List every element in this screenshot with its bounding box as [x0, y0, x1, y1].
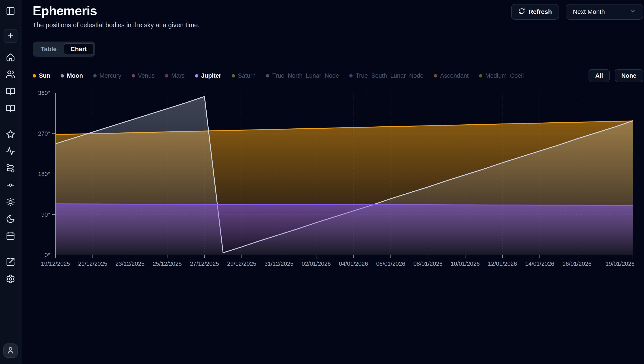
- tab-table[interactable]: Table: [35, 43, 63, 55]
- legend-row: SunMoonMercuryVenusMarsJupiterSaturnTrue…: [33, 69, 643, 82]
- y-axis-tick-label: 0°: [45, 252, 50, 258]
- chevron-down-icon: [629, 8, 636, 16]
- sidebar-item-calendar[interactable]: [5, 231, 16, 242]
- legend-item-medium_coeli[interactable]: Medium_Coeli: [479, 72, 524, 79]
- sun-icon: [6, 198, 15, 208]
- legend-item-sun[interactable]: Sun: [33, 72, 50, 79]
- legend-dot: [132, 74, 135, 78]
- x-axis-tick-label: 10/01/2026: [451, 260, 480, 267]
- y-axis-tick-label: 90°: [41, 211, 50, 218]
- users-icon: [6, 70, 15, 80]
- legend-label: True_North_Lunar_Node: [272, 72, 339, 79]
- legend-item-true_south_lunar_node[interactable]: True_South_Lunar_Node: [349, 72, 423, 79]
- sidebar-toggle-button[interactable]: [5, 6, 16, 16]
- user-avatar-button[interactable]: [3, 344, 18, 358]
- y-axis-tick-label: 180°: [38, 170, 50, 177]
- x-axis-tick-label: 31/12/2025: [264, 260, 293, 267]
- legend-label: True_South_Lunar_Node: [356, 72, 423, 79]
- legend-label: Sun: [39, 72, 50, 79]
- legend-none-button[interactable]: None: [615, 69, 643, 82]
- sidebar-item-people[interactable]: [5, 69, 16, 80]
- git-commit-icon: [6, 180, 15, 190]
- legend-label: Mercury: [100, 72, 121, 79]
- sidebar-item-settings[interactable]: [5, 274, 16, 284]
- page-header: Ephemeris The positions of celestial bod…: [33, 4, 643, 29]
- refresh-button-label: Refresh: [529, 8, 552, 16]
- legend-label: Medium_Coeli: [485, 72, 524, 79]
- star-icon: [6, 130, 15, 140]
- x-axis-tick-label: 29/12/2025: [227, 260, 256, 267]
- sidebar-item-favorites[interactable]: [5, 129, 16, 140]
- sidebar-item-sun[interactable]: [5, 197, 16, 208]
- gear-icon: [6, 274, 15, 284]
- sidebar-item-library[interactable]: [5, 86, 16, 97]
- legend-dot: [434, 74, 437, 78]
- home-icon: [6, 53, 15, 63]
- x-axis-tick-label: 23/12/2025: [115, 260, 144, 267]
- x-axis-tick-label: 19/01/2026: [605, 260, 634, 267]
- legend-item-jupiter[interactable]: Jupiter: [195, 72, 221, 79]
- chart-canvas[interactable]: 0°90°180°270°360°19/12/202521/12/202523/…: [33, 89, 643, 268]
- moon-icon: [6, 214, 15, 224]
- period-select[interactable]: Next Month: [566, 4, 643, 20]
- sidebar-item-external[interactable]: [5, 257, 16, 268]
- legend-dot: [33, 74, 36, 78]
- legend-dot: [232, 74, 235, 78]
- sidebar-item-home[interactable]: [5, 52, 16, 63]
- legend-label: Saturn: [238, 72, 256, 79]
- refresh-button[interactable]: Refresh: [511, 4, 559, 20]
- legend-item-venus[interactable]: Venus: [132, 72, 155, 79]
- legend-item-true_north_lunar_node[interactable]: True_North_Lunar_Node: [266, 72, 339, 79]
- legend-all-button[interactable]: All: [588, 69, 610, 82]
- legend-label: Mars: [171, 72, 185, 79]
- x-axis-tick-label: 21/12/2025: [78, 260, 107, 267]
- legend-label: Venus: [138, 72, 155, 79]
- legend-dot: [61, 74, 64, 78]
- sidebar-item-reference[interactable]: [5, 103, 16, 114]
- refresh-icon: [518, 8, 525, 16]
- legend-item-mars[interactable]: Mars: [165, 72, 185, 79]
- plus-icon: [7, 32, 14, 40]
- y-axis-tick-label: 270°: [38, 130, 50, 137]
- legend-item-mercury[interactable]: Mercury: [93, 72, 121, 79]
- sidebar-item-ephemeris[interactable]: [5, 180, 16, 191]
- x-axis-tick-label: 02/01/2026: [302, 260, 331, 267]
- view-tabs: Table Chart: [33, 42, 95, 57]
- x-axis-tick-label: 04/01/2026: [339, 260, 368, 267]
- legend-dot: [266, 74, 269, 78]
- new-item-button[interactable]: [4, 29, 18, 43]
- legend-dot: [165, 74, 168, 78]
- sidebar-item-route[interactable]: [5, 163, 16, 174]
- legend-label: Jupiter: [201, 72, 221, 79]
- sidebar-item-moon[interactable]: [5, 214, 16, 225]
- x-axis-tick-label: 16/01/2026: [562, 260, 591, 267]
- ephemeris-chart[interactable]: 0°90°180°270°360°19/12/202521/12/202523/…: [33, 89, 643, 268]
- page-subtitle: The positions of celestial bodies in the…: [33, 21, 199, 29]
- x-axis-tick-label: 27/12/2025: [190, 260, 219, 267]
- legend-item-saturn[interactable]: Saturn: [232, 72, 256, 79]
- chart-legend: SunMoonMercuryVenusMarsJupiterSaturnTrue…: [33, 72, 534, 79]
- x-axis-tick-label: 25/12/2025: [153, 260, 182, 267]
- sidebar: [0, 0, 22, 364]
- period-select-value: Next Month: [573, 8, 605, 16]
- tab-chart[interactable]: Chart: [64, 43, 93, 55]
- x-axis-tick-label: 06/01/2026: [376, 260, 405, 267]
- x-axis-tick-label: 08/01/2026: [413, 260, 443, 267]
- legend-item-moon[interactable]: Moon: [61, 72, 83, 79]
- calendar-icon: [6, 231, 15, 242]
- legend-label: Moon: [67, 72, 83, 79]
- x-axis-tick-label: 19/12/2025: [41, 260, 70, 267]
- x-axis-tick-label: 14/01/2026: [525, 260, 554, 267]
- legend-dot: [349, 74, 353, 78]
- legend-item-ascendant[interactable]: Ascendant: [434, 72, 469, 79]
- book-open-icon: [6, 87, 15, 97]
- panel-left-icon: [6, 6, 15, 16]
- sidebar-item-transits[interactable]: [5, 146, 16, 157]
- route-icon: [6, 164, 15, 174]
- activity-icon: [6, 146, 15, 156]
- x-axis-tick-label: 12/01/2026: [488, 260, 517, 267]
- y-axis-tick-label: 360°: [38, 90, 50, 96]
- legend-dot: [479, 74, 482, 78]
- legend-dot: [93, 74, 97, 78]
- main-content: Ephemeris The positions of celestial bod…: [22, 0, 644, 364]
